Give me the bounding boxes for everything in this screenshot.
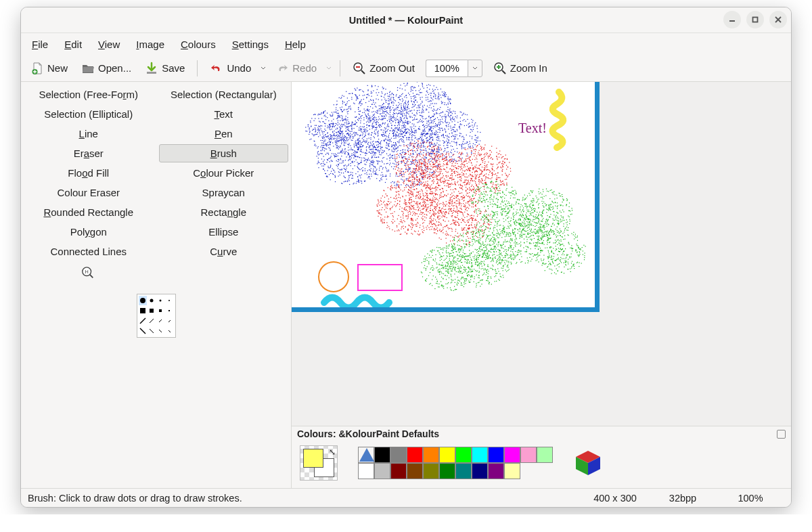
undo-button[interactable]: Undo: [204, 59, 256, 78]
canvas[interactable]: Text!: [292, 82, 603, 315]
svg-rect-846: [437, 137, 438, 137]
tool-colour-eraser[interactable]: Colour Eraser: [24, 183, 154, 202]
redo-dropdown[interactable]: [325, 66, 333, 71]
foreground-colour-swatch[interactable]: [303, 449, 323, 468]
palette-swatch[interactable]: [472, 463, 488, 479]
svg-rect-4016: [415, 215, 415, 215]
svg-rect-5334: [487, 254, 488, 254]
fg-bg-swatch[interactable]: ⤡: [300, 445, 338, 481]
svg-rect-4299: [461, 181, 461, 181]
menu-view[interactable]: View: [91, 36, 127, 53]
svg-rect-4103: [506, 165, 507, 166]
svg-rect-6062: [476, 275, 477, 275]
tool-text[interactable]: Text: [159, 105, 289, 123]
zoom-out-button[interactable]: Zoom Out: [347, 59, 420, 78]
tool-selection-elliptical[interactable]: Selection (Elliptical): [24, 105, 154, 123]
svg-rect-5817: [476, 257, 477, 257]
svg-rect-2325: [401, 179, 401, 179]
palette-swatch[interactable]: [488, 463, 504, 479]
tool-line[interactable]: Line: [24, 125, 154, 143]
svg-rect-4398: [503, 161, 503, 162]
tool-pen[interactable]: Pen: [159, 125, 289, 143]
palette-swatch[interactable]: [520, 447, 537, 463]
menu-help[interactable]: Help: [278, 36, 313, 53]
palette-swatch[interactable]: [407, 447, 423, 463]
palette-swatch[interactable]: [374, 447, 390, 463]
menu-colours[interactable]: Colours: [174, 36, 223, 53]
magnifier-tool-icon[interactable]: H: [79, 264, 97, 282]
palette-swatch[interactable]: [390, 463, 407, 479]
palette-swatch[interactable]: [504, 447, 520, 463]
menu-settings[interactable]: Settings: [225, 36, 275, 53]
svg-rect-2916: [338, 135, 339, 136]
tool-flood-fill[interactable]: Flood Fill: [24, 164, 154, 182]
palette-swatch[interactable]: [488, 447, 504, 463]
open-button[interactable]: Open...: [76, 59, 137, 78]
svg-rect-6548: [533, 208, 534, 209]
svg-rect-4004: [433, 214, 434, 215]
tool-colour-picker[interactable]: Colour Picker: [159, 164, 289, 182]
maximize-button[interactable]: [746, 11, 764, 28]
palette-swatch[interactable]: [455, 463, 472, 479]
tool-polygon[interactable]: Polygon: [24, 223, 154, 241]
palette-swatch[interactable]: [423, 463, 439, 479]
palette-swatch[interactable]: [423, 447, 439, 463]
palette-swatch[interactable]: [439, 463, 455, 479]
svg-rect-6038: [490, 240, 491, 240]
menu-edit[interactable]: Edit: [58, 36, 89, 53]
undo-dropdown[interactable]: [259, 66, 267, 71]
colour-cube-icon[interactable]: [573, 448, 603, 478]
new-button[interactable]: New: [25, 59, 73, 78]
tool-selection-rectangular[interactable]: Selection (Rectangular): [159, 85, 289, 104]
palette-swatch[interactable]: [537, 447, 553, 463]
tool-spraycan[interactable]: Spraycan: [159, 183, 289, 202]
colour-panel-collapse-button[interactable]: [777, 430, 786, 439]
svg-rect-4185: [505, 179, 505, 180]
svg-rect-264: [343, 138, 344, 139]
svg-rect-6007: [454, 244, 455, 245]
tool-rounded-rectangle[interactable]: Rounded Rectangle: [24, 203, 154, 221]
svg-rect-6077: [454, 257, 455, 257]
tool-rectangle[interactable]: Rectangle: [159, 203, 289, 221]
tool-brush[interactable]: Brush: [159, 144, 289, 162]
tool-connected-lines[interactable]: Connected Lines: [24, 242, 154, 261]
brush-shape-chooser[interactable]: [137, 294, 176, 338]
svg-rect-3927: [425, 206, 426, 207]
palette-swatch[interactable]: [374, 463, 390, 479]
svg-rect-5531: [508, 241, 508, 242]
zoom-level-dropdown[interactable]: [468, 60, 482, 77]
palette-swatch[interactable]: [358, 463, 374, 479]
palette-swatch[interactable]: [455, 447, 472, 463]
palette-swatch[interactable]: [504, 463, 520, 479]
palette-swatch[interactable]: [407, 463, 423, 479]
svg-rect-1497: [346, 139, 347, 139]
palette-transparent[interactable]: [358, 447, 374, 463]
palette-swatch[interactable]: [439, 447, 455, 463]
svg-rect-3595: [432, 187, 433, 188]
tool-curve[interactable]: Curve: [159, 242, 289, 261]
svg-rect-6123: [493, 261, 494, 262]
menu-file[interactable]: File: [25, 36, 55, 53]
minimize-button[interactable]: [723, 11, 741, 28]
zoom-in-button[interactable]: Zoom In: [488, 59, 553, 78]
swap-colours-icon[interactable]: ⤡: [329, 447, 336, 457]
palette-swatch[interactable]: [390, 447, 407, 463]
save-button[interactable]: Save: [139, 59, 190, 78]
svg-rect-2842: [330, 137, 330, 138]
svg-rect-2827: [318, 126, 319, 127]
redo-button[interactable]: Redo: [270, 59, 322, 78]
zoom-level-field[interactable]: 100%: [426, 60, 468, 77]
svg-rect-2644: [443, 135, 443, 135]
close-button[interactable]: [769, 11, 787, 28]
tool-selection-freeform[interactable]: Selection (Free-Form): [24, 85, 154, 104]
svg-rect-4706: [471, 218, 472, 219]
svg-rect-2539: [446, 141, 447, 141]
menu-image[interactable]: Image: [129, 36, 171, 53]
tool-eraser[interactable]: Eraser: [24, 144, 154, 162]
canvas-viewport[interactable]: Text!: [292, 82, 791, 426]
palette-swatch[interactable]: [472, 447, 488, 463]
svg-rect-6616: [445, 248, 445, 248]
svg-rect-1974: [380, 148, 381, 148]
svg-rect-4388: [474, 166, 475, 167]
tool-ellipse[interactable]: Ellipse: [159, 223, 289, 241]
